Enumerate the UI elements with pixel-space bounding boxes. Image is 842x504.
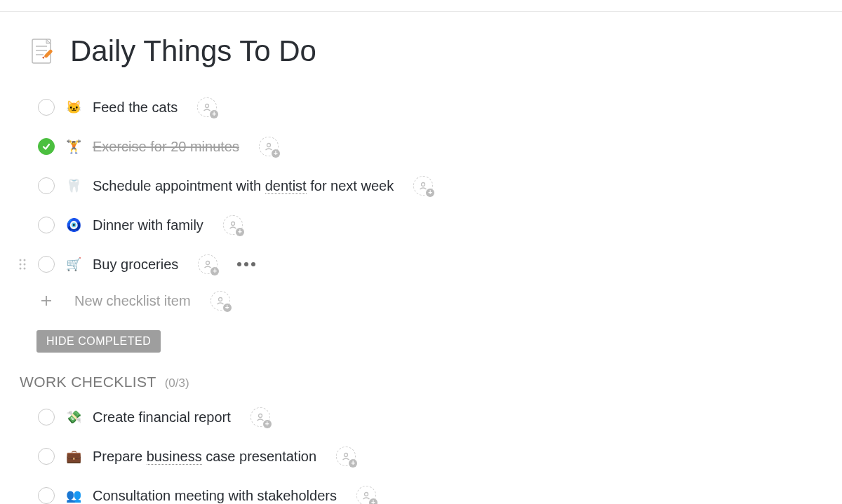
svg-point-14	[20, 268, 22, 270]
assign-button[interactable]	[210, 291, 230, 311]
check-circle[interactable]	[38, 138, 55, 155]
work-checklist-item: 💼Prepare business case presentation	[28, 437, 814, 476]
hide-completed-button[interactable]: HIDE COMPLETED	[36, 330, 161, 353]
item-emoji-icon: 🐱	[66, 100, 81, 115]
svg-point-9	[231, 222, 234, 226]
check-circle[interactable]	[38, 448, 55, 465]
assign-button[interactable]	[259, 137, 279, 156]
item-emoji-icon: 💼	[66, 449, 81, 464]
svg-point-16	[206, 261, 210, 265]
work-section-header: WORK CHECKLIST (0/3)	[20, 374, 814, 390]
work-checklist-item: 💸Create financial report	[28, 397, 814, 437]
item-emoji-icon: 👥	[66, 488, 81, 503]
item-text[interactable]: Prepare business case presentation	[93, 449, 316, 465]
item-emoji-icon: 🏋️	[66, 139, 81, 154]
drag-handle-icon[interactable]	[18, 258, 27, 271]
page-title: Daily Things To Do	[70, 34, 316, 68]
svg-point-7	[267, 144, 270, 147]
page-title-row: Daily Things To Do	[28, 34, 814, 68]
svg-point-22	[364, 493, 368, 496]
checklist-item: 🏋️Exercise for 20 minutes	[28, 127, 814, 166]
item-emoji-icon: 💸	[66, 409, 81, 425]
check-circle[interactable]	[38, 177, 55, 194]
checklist-item: 🦷Schedule appointment with dentist for n…	[28, 166, 814, 205]
item-emoji-icon: 🦷	[66, 178, 81, 193]
check-circle[interactable]	[38, 409, 55, 425]
page-icon	[28, 36, 58, 66]
item-text[interactable]: Buy groceries	[93, 257, 178, 273]
item-text[interactable]: Feed the cats	[93, 100, 178, 116]
more-button[interactable]	[234, 259, 258, 269]
check-circle[interactable]	[38, 217, 55, 233]
work-section-title: WORK CHECKLIST	[20, 374, 156, 390]
svg-point-11	[24, 259, 26, 261]
work-section-count: (0/3)	[165, 376, 189, 390]
svg-point-6	[206, 104, 209, 108]
svg-point-13	[24, 264, 26, 266]
new-item-row[interactable]: New checklist item	[28, 284, 814, 318]
checklist-item: 🐱Feed the cats	[28, 88, 814, 127]
new-item-placeholder: New checklist item	[74, 293, 191, 309]
work-checklist-item: 👥Consultation meeting with stakeholders	[28, 476, 814, 504]
svg-point-19	[218, 298, 222, 301]
item-text[interactable]: Schedule appointment with dentist for ne…	[93, 178, 394, 194]
svg-point-21	[345, 454, 348, 457]
checklist-item: 🛒Buy groceries	[28, 245, 814, 284]
item-text[interactable]: Dinner with family	[93, 217, 203, 233]
assign-button[interactable]	[413, 176, 433, 196]
assign-button[interactable]	[197, 97, 217, 117]
check-circle[interactable]	[38, 256, 55, 273]
item-emoji-icon: 🛒	[66, 257, 81, 272]
svg-point-15	[24, 268, 26, 270]
svg-point-20	[258, 414, 262, 418]
svg-point-12	[20, 264, 22, 266]
item-text[interactable]: Exercise for 20 minutes	[93, 139, 239, 155]
item-text[interactable]: Create financial report	[93, 409, 231, 425]
checklist-item: 🧿Dinner with family	[28, 205, 814, 245]
check-circle[interactable]	[38, 99, 55, 116]
item-emoji-icon: 🧿	[66, 217, 81, 233]
svg-point-8	[422, 183, 425, 186]
assign-button[interactable]	[250, 407, 270, 427]
plus-icon	[38, 292, 55, 309]
item-text[interactable]: Consultation meeting with stakeholders	[93, 488, 337, 504]
assign-button[interactable]	[356, 486, 376, 504]
check-circle[interactable]	[38, 487, 55, 504]
assign-button[interactable]	[223, 215, 243, 235]
assign-button[interactable]	[336, 447, 356, 466]
assign-button[interactable]	[198, 254, 218, 274]
svg-point-10	[20, 259, 22, 261]
